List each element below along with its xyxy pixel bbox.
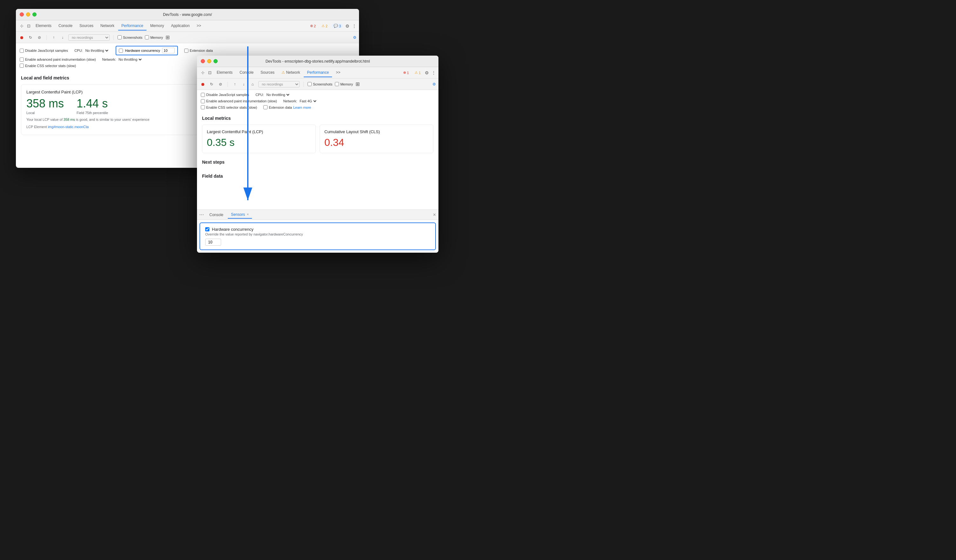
front-separator-2: [303, 82, 304, 87]
front-tab-more[interactable]: >>: [333, 68, 343, 77]
warning-badge: ⚠ 2: [320, 24, 329, 28]
front-options-row-3: Enable CSS selector stats (slow) Extensi…: [201, 105, 435, 109]
front-maximize-button[interactable]: [214, 59, 218, 63]
close-button[interactable]: [20, 13, 24, 17]
front-warning-badge: ⚠ 1: [413, 70, 422, 75]
separator-1: [46, 35, 47, 40]
tab-sources[interactable]: Sources: [76, 22, 97, 30]
dot-3: [203, 214, 204, 215]
network-throttle-row: Network: No throttling: [102, 57, 143, 62]
field-data-section: Field data: [197, 171, 439, 185]
front-options-row-2: Enable advanced paint instrumentation (s…: [201, 99, 435, 103]
front-recording-select[interactable]: no recordings: [258, 81, 300, 87]
disable-js-checkbox[interactable]: [20, 49, 24, 53]
tab-application[interactable]: Application: [168, 22, 193, 30]
network-throttle-select[interactable]: No throttling: [117, 57, 143, 62]
minimize-button[interactable]: [26, 13, 30, 17]
more-options-icon[interactable]: ⋮: [352, 24, 357, 28]
front-download-button[interactable]: ↓: [241, 81, 247, 87]
cursor-icon[interactable]: ⊹: [19, 23, 25, 29]
recording-select[interactable]: no recordings: [68, 34, 110, 41]
tab-elements[interactable]: Elements: [32, 22, 55, 30]
front-blue-gear[interactable]: ⚙: [432, 82, 436, 87]
front-enable-paint-checkbox[interactable]: [201, 99, 205, 103]
maximize-button[interactable]: [32, 13, 36, 17]
front-memory-label[interactable]: Memory: [335, 82, 353, 86]
drawer-tab-sensors[interactable]: Sensors ×: [228, 211, 252, 219]
cpu-throttle-select[interactable]: No throttling: [84, 48, 109, 53]
front-tab-elements[interactable]: Elements: [214, 68, 236, 77]
front-titlebar: DevTools - emscripten-dbg-stories.netlif…: [197, 56, 439, 67]
enable-paint-label[interactable]: Enable advanced paint instrumentation (s…: [20, 58, 96, 62]
cls-metric-title: Cumulative Layout Shift (CLS): [324, 129, 429, 134]
extension-data-checkbox[interactable]: [184, 49, 189, 53]
options-row-1: Disable JavaScript samples CPU: No throt…: [20, 46, 355, 55]
layout-icon[interactable]: ⊡: [25, 23, 32, 29]
extension-data-label[interactable]: Extension data: [184, 49, 213, 53]
front-cursor-icon[interactable]: ⊹: [200, 69, 206, 76]
record-button[interactable]: ⏺: [19, 34, 25, 41]
tab-more[interactable]: >>: [193, 22, 204, 30]
lcp-element-link[interactable]: img#moon-static.moonCta: [48, 125, 89, 129]
drawer-close-button[interactable]: ×: [433, 212, 436, 218]
disable-js-label[interactable]: Disable JavaScript samples: [20, 49, 68, 53]
front-network-throttle-select[interactable]: Fast 4G: [298, 99, 318, 103]
front-memory-checkbox[interactable]: [335, 82, 339, 86]
front-extension-data-label[interactable]: Extension data Learn more: [263, 105, 311, 109]
hw-panel-checkbox[interactable]: [205, 227, 209, 231]
front-layout-icon[interactable]: ⊡: [206, 69, 213, 76]
front-screenshots-label[interactable]: Screenshots: [308, 82, 332, 86]
tab-network[interactable]: Network: [97, 22, 118, 30]
front-extension-data-checkbox[interactable]: [263, 105, 267, 109]
front-devtools-window: DevTools - emscripten-dbg-stories.netlif…: [197, 56, 439, 253]
tab-performance[interactable]: Performance: [118, 22, 146, 30]
download-button[interactable]: ↓: [60, 34, 66, 41]
front-disable-js-label[interactable]: Disable JavaScript samples: [201, 93, 249, 97]
front-enable-paint-label[interactable]: Enable advanced paint instrumentation (s…: [201, 99, 277, 103]
screenshots-checkbox-label[interactable]: Screenshots: [118, 35, 142, 39]
hw-panel-input[interactable]: [205, 239, 221, 246]
front-upload-button[interactable]: ↑: [232, 81, 238, 87]
front-enable-css-checkbox[interactable]: [201, 105, 205, 109]
blue-gear[interactable]: ⚙: [353, 35, 357, 40]
enable-css-label[interactable]: Enable CSS selector stats (slow): [20, 64, 76, 68]
learn-more-link[interactable]: Learn more: [293, 105, 311, 109]
memory-checkbox[interactable]: [145, 35, 149, 39]
back-window-title: DevTools - www.google.com/: [163, 13, 212, 17]
front-enable-css-label[interactable]: Enable CSS selector stats (slow): [201, 105, 257, 109]
metrics-cards-row: Largest Contentful Paint (LCP) 0.35 s Cu…: [202, 124, 433, 153]
lcp-inline-value: 358 ms: [63, 118, 75, 121]
front-tab-network[interactable]: ⚠ Network: [278, 68, 303, 77]
lcp-local-label: Local: [27, 111, 64, 115]
front-minimize-button[interactable]: [207, 59, 211, 63]
upload-button[interactable]: ↑: [50, 34, 57, 41]
reload-button[interactable]: ↻: [27, 34, 34, 41]
front-options: Disable JavaScript samples CPU: No throt…: [197, 90, 439, 112]
hw-concurrency-input[interactable]: [162, 48, 175, 53]
front-home-button[interactable]: ⌂: [249, 81, 256, 87]
front-screenshots-checkbox[interactable]: [308, 82, 312, 86]
settings-icon[interactable]: ⚙: [345, 24, 349, 28]
front-record-button[interactable]: ⏺: [200, 81, 206, 87]
tab-memory[interactable]: Memory: [147, 22, 167, 30]
front-cpu-throttle-select[interactable]: No throttling: [265, 93, 290, 97]
front-settings-icon[interactable]: ⚙: [425, 70, 429, 76]
memory-checkbox-label[interactable]: Memory: [145, 35, 163, 39]
hw-concurrency-checkbox[interactable]: [119, 49, 123, 53]
tab-console[interactable]: Console: [55, 22, 75, 30]
front-close-button[interactable]: [201, 59, 205, 63]
cls-metric-value: 0.34: [324, 137, 429, 148]
front-more-options-icon[interactable]: ⋮: [431, 70, 436, 76]
front-tab-console[interactable]: Console: [236, 68, 257, 77]
enable-paint-checkbox[interactable]: [20, 58, 24, 62]
front-disable-js-checkbox[interactable]: [201, 93, 205, 97]
drawer-tab-console[interactable]: Console: [206, 211, 226, 218]
drawer-tab-close[interactable]: ×: [247, 212, 249, 216]
enable-css-checkbox[interactable]: [20, 64, 24, 68]
screenshots-checkbox[interactable]: [118, 35, 122, 39]
front-tab-performance[interactable]: Performance: [304, 68, 332, 77]
front-reload-button[interactable]: ↻: [208, 81, 215, 87]
clear-button[interactable]: ⊘: [36, 34, 42, 41]
front-tab-sources[interactable]: Sources: [257, 68, 278, 77]
front-clear-button[interactable]: ⊘: [217, 81, 224, 87]
